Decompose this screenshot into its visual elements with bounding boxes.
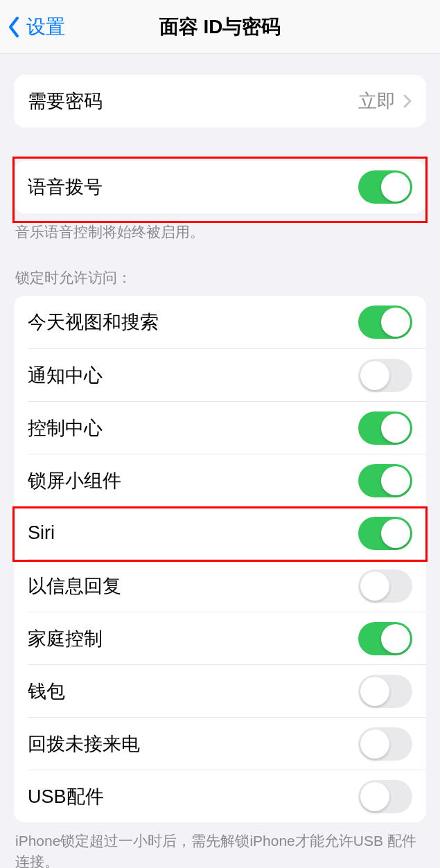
lock-access-row: 通知中心 [14, 348, 426, 401]
require-passcode-row[interactable]: 需要密码 立即 [14, 75, 426, 127]
lock-access-row: USB配件 [14, 770, 426, 822]
lock-access-row: 回拨未接来电 [14, 717, 426, 770]
lock-access-row: 家庭控制 [14, 612, 426, 664]
lock-access-label: 通知中心 [28, 363, 103, 388]
lock-access-toggle[interactable] [358, 464, 412, 497]
lock-access-toggle[interactable] [358, 411, 412, 445]
back-button[interactable]: 设置 [0, 14, 65, 40]
voice-dial-label: 语音拨号 [28, 175, 103, 200]
back-label: 设置 [26, 14, 65, 40]
lock-access-label: 钱包 [28, 679, 65, 704]
lock-access-toggle[interactable] [358, 517, 412, 550]
lock-access-label: 锁屏小组件 [28, 468, 121, 493]
lock-access-row: 锁屏小组件 [14, 454, 426, 506]
page-title: 面容 ID与密码 [159, 14, 281, 40]
lock-access-label: 控制中心 [28, 416, 103, 441]
lock-access-row: 控制中心 [14, 401, 426, 454]
voice-dial-row: 语音拨号 [14, 161, 426, 213]
chevron-left-icon [7, 15, 21, 39]
lock-access-row: 今天视图和搜索 [14, 296, 426, 348]
require-passcode-value: 立即 [358, 89, 396, 114]
require-passcode-label: 需要密码 [28, 89, 103, 114]
lock-access-group: 今天视图和搜索通知中心控制中心锁屏小组件Siri以信息回复家庭控制钱包回拨未接来… [14, 296, 426, 822]
lock-access-row: Siri [14, 506, 426, 559]
lock-access-toggle[interactable] [358, 569, 412, 603]
navigation-bar: 设置 面容 ID与密码 [0, 0, 440, 54]
lock-access-row: 钱包 [14, 664, 426, 717]
lock-access-toggle[interactable] [358, 359, 412, 392]
lock-access-label: 今天视图和搜索 [28, 310, 159, 335]
voice-dial-group: 语音拨号 [14, 161, 426, 213]
lock-access-label: 以信息回复 [28, 574, 121, 599]
lock-access-toggle[interactable] [358, 305, 412, 339]
voice-dial-footer: 音乐语音控制将始终被启用。 [0, 213, 440, 242]
lock-access-toggle[interactable] [358, 675, 412, 708]
voice-dial-toggle[interactable] [358, 170, 412, 204]
lock-access-toggle[interactable] [358, 622, 412, 655]
chevron-right-icon [403, 94, 412, 109]
lock-access-header: 锁定时允许访问： [0, 268, 440, 296]
require-passcode-group: 需要密码 立即 [14, 75, 426, 127]
lock-access-toggle[interactable] [358, 727, 412, 761]
lock-access-label: USB配件 [28, 784, 104, 809]
lock-access-label: 回拨未接来电 [28, 732, 140, 756]
lock-access-footer: iPhone锁定超过一小时后，需先解锁iPhone才能允许USB 配件连接。 [0, 822, 440, 868]
lock-access-label: 家庭控制 [28, 626, 103, 651]
lock-access-label: Siri [28, 522, 55, 544]
lock-access-toggle[interactable] [358, 780, 412, 813]
lock-access-row: 以信息回复 [14, 559, 426, 612]
